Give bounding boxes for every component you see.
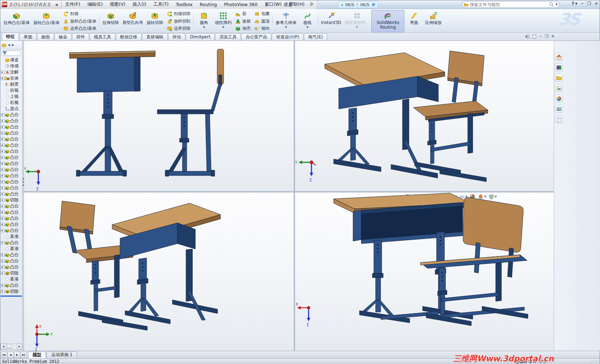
dropdown-arrow-icon[interactable]: ▼ [356,25,358,30]
expand-icon[interactable] [1,119,5,123]
menu-item[interactable]: 文件(F) [62,0,84,9]
viewport-top-right[interactable]: Y Z [295,41,554,191]
ribbon-button[interactable]: 边界凸台/基体 [62,25,98,32]
expand-icon[interactable] [1,223,5,226]
doc-tab-模型[interactable]: 模型 [28,351,46,358]
ribbon-button[interactable]: 抽壳 [234,25,252,32]
menu-item[interactable]: Toolbox [172,0,196,9]
tree-item[interactable]: 凸台 [0,124,22,130]
task-pane-tab-appearances[interactable] [555,95,563,102]
panel-tab-next-icon[interactable]: ▶ [12,43,15,47]
menu-item[interactable]: 窗口(W) [261,0,285,9]
tree-item[interactable]: 凸台 [0,112,22,118]
tree-item[interactable]: 基准 [0,276,22,282]
tree-item[interactable]: 凸台 [0,161,22,167]
tab-数据迁移[interactable]: 数据迁移 [116,33,142,40]
tree-item[interactable]: 凸台 [0,227,22,234]
tree-item[interactable]: A注解 [0,69,22,75]
tree-item[interactable]: 切除 [0,197,22,203]
dropdown-arrow-icon[interactable]: ▼ [306,25,308,30]
task-pane-tab-file-explorer[interactable] [555,74,563,82]
tab-钣金[interactable]: 钣金 [54,33,72,40]
task-pane-tab-custom-properties[interactable] [555,115,563,123]
expand-icon[interactable] [1,217,5,220]
next-tab-icon[interactable] [14,352,20,358]
ribbon-button[interactable]: 拉伸凸台/基体 [2,10,31,32]
search-input[interactable] [470,2,548,7]
tab-草图[interactable]: 草图 [19,33,37,40]
scroll-left-icon[interactable]: ◀ [1,344,6,349]
task-pane-tab-scenes[interactable] [555,105,563,113]
ribbon-button[interactable]: Instant3D [320,10,343,32]
tree-item[interactable]: 上视 [0,94,22,100]
menu-item[interactable]: 插入(I) [129,0,150,9]
ribbon-button[interactable]: 线性阵列▼ [214,10,233,32]
previous-document-icon[interactable] [525,34,529,39]
panel-tab-prev-icon[interactable]: ◀ [8,43,11,47]
tree-item[interactable]: 凸台 [0,240,22,246]
resize-grip[interactable]: ⋰⋰ [591,360,599,364]
ribbon-button[interactable]: 扫描 [62,10,98,17]
ribbon-button[interactable]: 包覆 [253,10,271,17]
tree-hscrollbar[interactable]: ◀ ▶ [0,344,23,350]
ribbon-button[interactable]: 筋 [234,10,252,17]
ribbon-button[interactable]: 放样切割 [165,18,192,25]
expand-icon[interactable] [1,186,5,190]
viewport-top-left[interactable]: Y Z [24,41,294,191]
expand-icon[interactable] [1,265,5,269]
dropdown-arrow-icon[interactable]: ▼ [203,25,205,30]
expand-icon[interactable] [1,180,5,183]
tree-item[interactable]: 实体 [0,75,22,81]
ribbon-button[interactable]: 比例缩放 [424,10,443,32]
tab-评估[interactable]: 评估 [168,33,185,40]
tree-item[interactable]: 传感 [0,63,22,69]
expand-icon[interactable] [1,272,5,275]
ribbon-button[interactable]: 旋转切除 [145,10,165,32]
tab-电气(E)[interactable]: 电气(E) [304,33,327,40]
tab-曲面[interactable]: 曲面 [37,33,54,40]
menu-item[interactable]: 工具(T) [150,0,172,9]
feature-manager-tab-icon[interactable] [1,42,7,48]
maximize-button[interactable]: ❐ [587,1,591,6]
expand-icon[interactable] [1,162,5,165]
expand-icon[interactable] [1,205,5,208]
tree-item[interactable]: 切除 [0,288,22,294]
ribbon-button[interactable]: 拉伸切除 [101,10,120,32]
tree-item[interactable]: 凸台 [0,136,22,142]
expand-icon[interactable] [1,156,5,159]
expand-icon[interactable] [1,192,5,196]
tree-item[interactable]: 凸台 [0,185,22,191]
expand-icon[interactable] [1,168,5,171]
search-box[interactable]: ▼ [462,1,559,8]
child-close-icon[interactable]: ✕ [551,34,554,39]
tree-item[interactable]: 凸台 [0,148,22,154]
viewport-bottom-right[interactable]: ▼▼▼▼▼ [295,192,554,351]
tree-item[interactable]: 右视 [0,100,22,106]
tree-item[interactable]: 原点 [0,106,22,112]
expand-icon[interactable] [1,290,5,293]
expand-icon[interactable] [1,211,5,214]
viewport-splitter-vertical[interactable] [294,41,295,351]
expand-icon[interactable] [1,125,5,129]
scroll-thumb[interactable] [7,344,12,349]
tree-item[interactable]: 凸台 [0,179,22,185]
expand-icon[interactable] [1,150,5,153]
tree-item[interactable]: 凸台 [0,203,22,209]
ribbon-button[interactable]: 放样凸台/基体 [62,18,98,25]
ribbon-button[interactable]: 边界切除 [165,25,192,32]
ribbon-button[interactable]: 圆顶 [253,18,271,25]
expand-icon[interactable] [1,284,5,287]
tree-item[interactable]: 前视 [0,87,22,94]
menu-item[interactable]: 编辑(E) [84,0,106,9]
ribbon-button[interactable]: SolidWorks Routing [371,10,404,32]
expand-icon[interactable] [1,113,5,116]
menu-pin[interactable] [308,0,317,9]
expand-icon[interactable] [1,71,5,74]
ribbon-button[interactable]: 参考几何体▼ [274,10,298,32]
rollback-bar[interactable] [1,296,22,297]
menu-item[interactable]: 视图(V) [106,0,129,9]
expand-icon[interactable] [1,229,5,232]
ribbon-button[interactable]: 扫描切除 [165,10,192,17]
doc-tab-运动算例 1[interactable]: 运动算例 1 [47,351,77,358]
tree-item[interactable]: 凸台 [0,142,22,148]
